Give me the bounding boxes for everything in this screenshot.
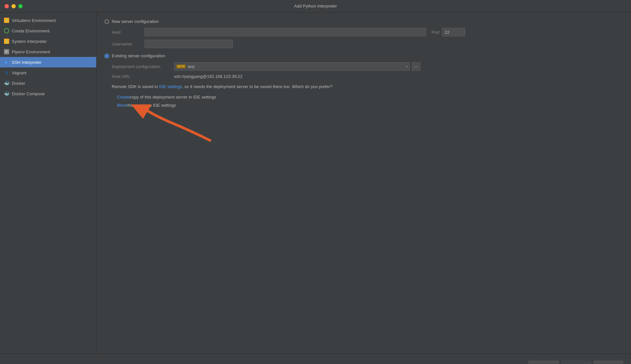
system-icon: 🐍 bbox=[4, 39, 9, 44]
sidebar: 🐍 Virtualenv Environment Conda Environme… bbox=[0, 12, 97, 354]
sidebar-label-pipenv: Pipenv Environment bbox=[12, 49, 50, 54]
sidebar-label-docker-compose: Docker Compose bbox=[12, 91, 45, 96]
maximize-button[interactable] bbox=[18, 4, 23, 8]
info-text-part2: , so it needs the deployment server to b… bbox=[182, 84, 333, 89]
bottom-bar: Previous Next Cancel https://blog.csdn.n… bbox=[0, 354, 631, 364]
host-url-label: Host URL: bbox=[112, 74, 174, 79]
sidebar-item-vagrant[interactable]: V Vagrant bbox=[0, 67, 96, 78]
new-server-radio-option[interactable]: New server configuration bbox=[105, 19, 623, 24]
window-controls[interactable] bbox=[5, 4, 23, 8]
port-label: Port: bbox=[431, 30, 440, 35]
sidebar-item-ssh[interactable]: ▶ SSH Interpreter bbox=[0, 57, 96, 67]
deployment-value: test bbox=[188, 64, 195, 69]
host-url-value: ssh://yangyang@192.168.123.39:22 bbox=[174, 74, 242, 79]
existing-server-label: Existing server configuration bbox=[112, 53, 165, 58]
sidebar-item-virtualenv[interactable]: 🐍 Virtualenv Environment bbox=[0, 15, 96, 26]
info-text-part1: Remote SDK is saved in bbox=[112, 84, 159, 89]
cancel-button[interactable]: Cancel bbox=[594, 361, 623, 364]
existing-server-radio-option[interactable]: Existing server configuration bbox=[105, 53, 623, 58]
new-server-radio[interactable] bbox=[105, 19, 109, 24]
chevron-down-icon: ▾ bbox=[406, 65, 408, 68]
sidebar-label-conda: Conda Environment bbox=[12, 28, 49, 33]
previous-button[interactable]: Previous bbox=[528, 361, 559, 364]
username-input[interactable] bbox=[144, 40, 233, 48]
deployment-row: Deployment configuration: SFTP test ▾ ··… bbox=[112, 62, 623, 71]
annotation-arrow bbox=[131, 104, 223, 144]
existing-server-group: Existing server configuration Deployment… bbox=[105, 53, 623, 154]
minimize-button[interactable] bbox=[11, 4, 16, 8]
move-link[interactable]: Move bbox=[117, 103, 127, 108]
pipenv-icon: P bbox=[4, 49, 9, 54]
window-title: Add Python Interpreter bbox=[294, 4, 337, 9]
sidebar-label-ssh: SSH Interpreter bbox=[12, 60, 41, 65]
sidebar-item-pipenv[interactable]: P Pipenv Environment bbox=[0, 46, 96, 57]
title-bar: Add Python Interpreter bbox=[0, 0, 631, 12]
docker-compose-icon: 🐳 bbox=[4, 91, 9, 96]
info-text: Remote SDK is saved in IDE settings, so … bbox=[112, 83, 623, 90]
port-input[interactable] bbox=[442, 28, 465, 36]
username-row: Username: bbox=[112, 40, 623, 48]
close-button[interactable] bbox=[5, 4, 9, 8]
deployment-config-label: Deployment configuration: bbox=[112, 64, 174, 69]
ssh-icon: ▶ bbox=[4, 60, 9, 65]
deployment-select[interactable]: SFTP test ▾ bbox=[174, 62, 410, 71]
ide-settings-link[interactable]: IDE settings bbox=[159, 84, 182, 89]
dialog-body: 🐍 Virtualenv Environment Conda Environme… bbox=[0, 12, 631, 354]
host-label: Host: bbox=[112, 30, 144, 35]
sidebar-item-conda[interactable]: Conda Environment bbox=[0, 26, 96, 36]
deployment-select-text: SFTP test bbox=[176, 64, 195, 69]
vagrant-icon: V bbox=[4, 70, 9, 75]
next-button[interactable]: Next bbox=[562, 361, 591, 364]
deployment-select-wrapper: SFTP test ▾ ··· bbox=[174, 62, 623, 71]
sidebar-label-vagrant: Vagrant bbox=[12, 70, 27, 75]
create-link-row: Create copy of this deployment server in… bbox=[117, 95, 623, 100]
arrow-annotation bbox=[112, 114, 623, 154]
host-url-row: Host URL: ssh://yangyang@192.168.123.39:… bbox=[112, 74, 623, 79]
sidebar-label-docker: Docker bbox=[12, 81, 25, 86]
username-label: Username: bbox=[112, 42, 144, 46]
main-content: New server configuration Host: Port: Use… bbox=[97, 12, 631, 354]
sidebar-label-system: System Interpreter bbox=[12, 39, 47, 44]
more-options-button[interactable]: ··· bbox=[412, 62, 420, 71]
sidebar-item-docker[interactable]: 🐳 Docker bbox=[0, 78, 96, 88]
sidebar-label-virtualenv: Virtualenv Environment bbox=[12, 18, 56, 23]
create-text: copy of this deployment server in IDE se… bbox=[130, 95, 216, 100]
docker-icon: 🐳 bbox=[4, 81, 9, 86]
sftp-badge: SFTP bbox=[176, 64, 186, 68]
new-server-group: New server configuration Host: Port: Use… bbox=[105, 19, 623, 48]
conda-icon bbox=[4, 28, 9, 33]
create-link[interactable]: Create bbox=[117, 95, 130, 100]
sidebar-item-system[interactable]: 🐍 System Interpreter bbox=[0, 36, 96, 46]
host-input[interactable] bbox=[144, 28, 426, 36]
new-server-label: New server configuration bbox=[112, 19, 159, 24]
sidebar-item-docker-compose[interactable]: 🐳 Docker Compose bbox=[0, 88, 96, 99]
virtualenv-icon: 🐍 bbox=[4, 18, 9, 23]
existing-server-radio[interactable] bbox=[105, 54, 109, 58]
host-row: Host: Port: bbox=[112, 28, 623, 36]
